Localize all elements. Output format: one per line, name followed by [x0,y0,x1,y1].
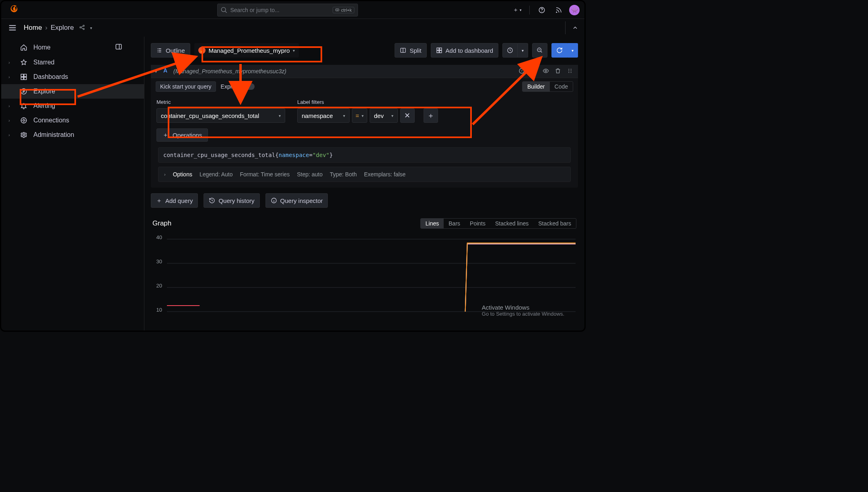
split-label: Split [409,47,421,54]
sidebar-item-connections[interactable]: › Connections [1,113,144,128]
sidebar-item-alerting[interactable]: › Alerting [1,99,144,113]
sidebar-item-starred[interactable]: › Starred [1,55,144,70]
history-label: Query history [218,197,254,204]
rss-icon[interactable] [552,4,565,17]
run-query-button[interactable] [551,43,568,58]
opt-format: Format: Time series [240,171,290,178]
outline-icon [156,47,162,54]
opt-legend: Legend: Auto [200,171,233,178]
graph-mode-lines[interactable]: Lines [421,219,444,228]
chevron-down-icon: ▾ [343,114,345,118]
breadcrumb-home[interactable]: Home [24,24,42,32]
svg-point-8 [21,89,27,94]
filter-key-select[interactable]: namespace ▾ [297,108,350,123]
operations-label: Operations [173,132,202,139]
add-dashboard-label: Add to dashboard [446,47,493,54]
user-avatar[interactable]: 👾 [569,5,580,15]
filter-value: dev [374,112,384,119]
dock-panel-icon[interactable] [115,43,124,52]
prometheus-icon: 🔥 [198,47,206,54]
query-delete-icon[interactable] [554,68,562,75]
options-caret[interactable]: › [164,172,166,177]
add-query-label: Add query [165,197,193,204]
global-search[interactable]: Search or jump to... ctrl+k [217,4,358,17]
refresh-icon [556,47,563,54]
y-tick: 30 [151,258,162,265]
chevron-down-icon: ▾ [293,48,295,53]
query-options-row[interactable]: › Options Legend: Auto Format: Time seri… [158,167,571,182]
mode-code-tab[interactable]: Code [550,82,573,91]
zoom-out-icon [537,47,543,54]
share-icon[interactable] [77,24,87,32]
svg-text:?: ? [521,69,523,72]
split-button[interactable]: Split [395,43,426,58]
breadcrumb-current[interactable]: Explore [51,24,74,32]
datasource-picker[interactable]: 🔥 Managed_Prometheus_mypro ▾ [194,43,299,58]
chart-area[interactable]: 10203040 [151,236,578,312]
filters-label: Label filters [297,99,438,105]
sidebar-item-label: Explore [33,88,55,95]
remove-filter-button[interactable]: ✕ [400,108,415,123]
graph-mode-stacked-bars[interactable]: Stacked bars [533,219,576,228]
opt-type: Type: Both [330,171,357,178]
query-inspector-button[interactable]: Query inspector [265,193,328,208]
compass-icon [20,87,28,95]
history-icon [209,197,215,204]
add-to-dashboard-button[interactable]: Add to dashboard [431,43,498,58]
sidebar-item-label: Dashboards [33,73,68,81]
graph-mode-tabs[interactable]: Lines Bars Points Stacked lines Stacked … [420,218,576,229]
metric-select[interactable]: container_cpu_usage_seconds_total ▾ [156,108,285,123]
breadcrumb-caret[interactable]: ▾ [90,26,92,30]
time-picker-caret[interactable]: ▾ [518,43,528,58]
svg-point-22 [568,72,569,73]
query-history-button[interactable]: Query history [204,193,259,208]
graph-mode-stacked-lines[interactable]: Stacked lines [490,219,533,228]
run-interval-caret[interactable]: ▾ [568,43,578,58]
filter-value-select[interactable]: dev ▾ [370,108,398,123]
add-filter-button[interactable]: ＋ [424,108,438,123]
operations-button[interactable]: ＋ Operations [156,128,208,142]
sidebar-item-home[interactable]: › Home [1,40,144,55]
graph-mode-points[interactable]: Points [465,219,490,228]
sidebar-item-label: Connections [33,117,69,124]
sidebar-item-administration[interactable]: › Administration [1,128,144,142]
time-picker-button[interactable] [502,43,518,58]
mode-builder-tab[interactable]: Builder [522,82,550,91]
add-query-button[interactable]: ＋ Add query [151,193,198,208]
sidebar-item-label: Home [33,44,51,51]
y-tick: 10 [151,307,162,313]
svg-rect-7 [116,44,121,49]
outline-button[interactable]: Outline [151,43,190,58]
sidebar-item-label: Alerting [33,102,55,110]
add-menu[interactable]: ＋ ▾ [511,4,524,17]
y-tick: 20 [151,283,162,289]
query-collapse-caret[interactable]: ▾ [155,69,157,74]
split-icon [400,47,406,54]
help-icon[interactable] [535,4,548,17]
sidebar-item-explore[interactable]: › Explore [1,84,144,99]
svg-point-20 [568,69,569,70]
connections-icon [20,116,28,124]
query-drag-icon[interactable] [566,68,574,75]
search-placeholder: Search or jump to... [230,7,280,13]
breadcrumb: Home › Explore ▾ [24,24,92,32]
kick-start-button[interactable]: Kick start your query [156,81,216,92]
collapse-right-icon[interactable] [565,21,580,34]
opt-exemplars: Exemplars: false [364,171,405,178]
sidebar-item-dashboards[interactable]: › Dashboards [1,70,144,84]
search-shortcut: ctrl+k [333,7,354,13]
menu-toggle-icon[interactable] [6,21,19,34]
query-copy-icon[interactable] [530,68,538,75]
svg-point-23 [571,69,572,70]
options-label: Options [173,171,192,178]
star-icon [20,58,28,66]
filter-operator-select[interactable]: = ▾ [352,108,367,123]
dashboards-icon [20,73,28,81]
graph-mode-bars[interactable]: Bars [444,219,465,228]
zoom-out-button[interactable] [532,43,547,58]
explain-toggle[interactable] [243,83,255,90]
query-mode-tabs[interactable]: Builder Code [522,81,573,92]
query-visibility-icon[interactable] [542,68,550,75]
query-help-icon[interactable]: ? [518,68,526,75]
grafana-logo-icon [9,4,21,16]
